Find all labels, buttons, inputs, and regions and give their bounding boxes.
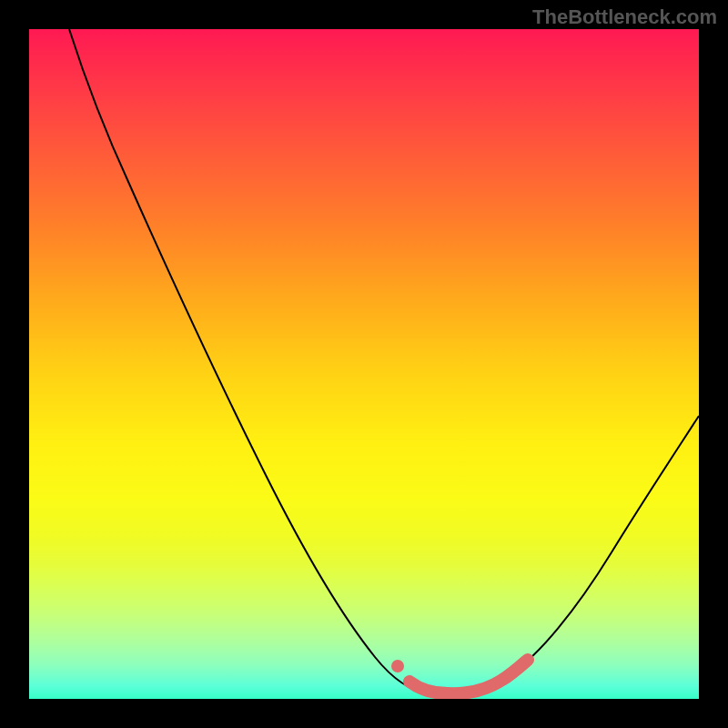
plot-area xyxy=(29,29,699,699)
chart-container: TheBottleneck.com xyxy=(0,0,728,728)
curve-main xyxy=(69,29,699,693)
watermark-text: TheBottleneck.com xyxy=(532,5,717,29)
highlighted-segment xyxy=(410,660,528,693)
chart-svg xyxy=(29,29,699,699)
highlight-dot xyxy=(391,660,404,672)
